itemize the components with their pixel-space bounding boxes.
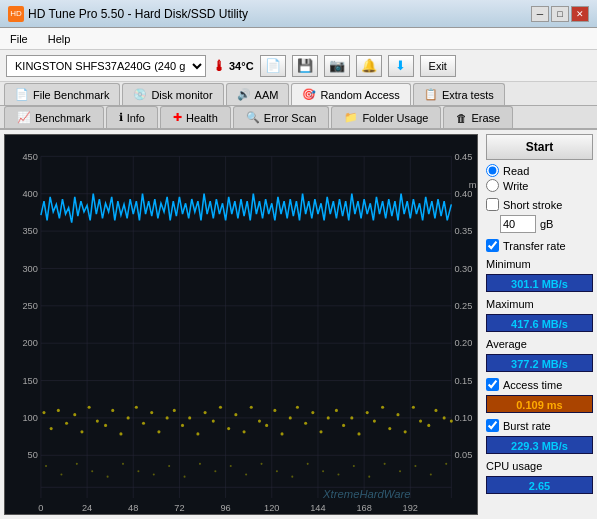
minimum-label: Minimum [486, 258, 593, 270]
svg-text:0.10: 0.10 [454, 412, 472, 423]
svg-point-97 [404, 430, 407, 433]
svg-point-86 [319, 430, 322, 433]
svg-point-82 [289, 416, 292, 419]
read-radio-row: Read [486, 164, 593, 177]
svg-point-62 [135, 406, 138, 409]
title-bar-left: HD HD Tune Pro 5.50 - Hard Disk/SSD Util… [8, 6, 248, 22]
chart-svg: 450 400 350 300 250 200 150 100 50 MB/s … [5, 135, 477, 514]
stroke-spinbox[interactable] [500, 215, 536, 233]
title-bar: HD HD Tune Pro 5.50 - Hard Disk/SSD Util… [0, 0, 597, 28]
svg-point-99 [419, 420, 422, 423]
tab-random-access-label: Random Access [320, 89, 399, 101]
short-stroke-checkbox[interactable] [486, 198, 499, 211]
svg-point-94 [381, 406, 384, 409]
tab-folder-usage-icon: 📁 [344, 111, 358, 124]
menu-help[interactable]: Help [44, 31, 75, 47]
read-radio[interactable] [486, 164, 499, 177]
stroke-value-row: gB [500, 215, 593, 233]
tab-health-icon: ✚ [173, 111, 182, 124]
svg-point-126 [384, 463, 386, 465]
maximize-button[interactable]: □ [551, 6, 569, 22]
svg-text:120: 120 [264, 502, 279, 513]
svg-text:72: 72 [174, 502, 184, 513]
toolbar-icon-4[interactable]: 🔔 [356, 55, 382, 77]
access-time-row: Access time [486, 378, 593, 391]
tab-extra-tests[interactable]: 📋 Extra tests [413, 83, 505, 105]
transfer-rate-label: Transfer rate [503, 240, 566, 252]
tab-health-label: Health [186, 112, 218, 124]
svg-point-84 [304, 422, 307, 425]
svg-text:24: 24 [82, 502, 92, 513]
tab-disk-monitor[interactable]: 💿 Disk monitor [122, 83, 223, 105]
svg-point-115 [214, 470, 216, 472]
svg-point-80 [273, 409, 276, 412]
svg-text:450: 450 [22, 150, 37, 161]
svg-point-117 [245, 473, 247, 475]
svg-point-74 [227, 427, 230, 430]
access-time-checkbox[interactable] [486, 378, 499, 391]
toolbar-icon-3[interactable]: 📷 [324, 55, 350, 77]
tab-info[interactable]: ℹ Info [106, 106, 158, 128]
toolbar-icon-1[interactable]: 📄 [260, 55, 286, 77]
burst-rate-checkbox[interactable] [486, 419, 499, 432]
svg-point-107 [91, 470, 93, 472]
svg-point-63 [142, 422, 145, 425]
exit-button[interactable]: Exit [420, 55, 456, 77]
menu-file[interactable]: File [6, 31, 32, 47]
svg-point-127 [399, 470, 401, 472]
svg-point-55 [80, 430, 83, 433]
close-button[interactable]: ✕ [571, 6, 589, 22]
svg-point-83 [296, 406, 299, 409]
tab-erase-label: Erase [471, 112, 500, 124]
svg-text:100: 100 [22, 412, 37, 423]
tab-info-icon: ℹ [119, 111, 123, 124]
tab-folder-usage[interactable]: 📁 Folder Usage [331, 106, 441, 128]
tab-random-access[interactable]: 🎯 Random Access [291, 83, 410, 105]
tab-aam-icon: 🔊 [237, 88, 251, 101]
tab-benchmark[interactable]: 📈 Benchmark [4, 106, 104, 128]
svg-text:96: 96 [220, 502, 230, 513]
tab-erase[interactable]: 🗑 Erase [443, 106, 513, 128]
transfer-rate-checkbox[interactable] [486, 239, 499, 252]
svg-point-113 [184, 476, 186, 478]
svg-point-81 [281, 432, 284, 435]
tab-folder-usage-label: Folder Usage [362, 112, 428, 124]
svg-point-106 [76, 463, 78, 465]
tab-file-benchmark[interactable]: 📄 File Benchmark [4, 83, 120, 105]
svg-text:0: 0 [38, 502, 43, 513]
tab-file-benchmark-icon: 📄 [15, 88, 29, 101]
svg-point-110 [137, 470, 139, 472]
thermometer-icon: 🌡 [212, 58, 226, 74]
disk-select[interactable]: KINGSTON SHFS37A240G (240 gB) [6, 55, 206, 77]
window-controls: ─ □ ✕ [531, 6, 589, 22]
average-value: 377.2 MB/s [486, 354, 593, 372]
app-icon: HD [8, 6, 24, 22]
tab-bar-bottom: 📈 Benchmark ℹ Info ✚ Health 🔍 Error Scan… [0, 106, 597, 130]
start-button[interactable]: Start [486, 134, 593, 160]
tab-error-scan[interactable]: 🔍 Error Scan [233, 106, 330, 128]
toolbar-icon-2[interactable]: 💾 [292, 55, 318, 77]
svg-point-100 [427, 424, 430, 427]
maximum-label: Maximum [486, 298, 593, 310]
tab-bar-top: 📄 File Benchmark 💿 Disk monitor 🔊 AAM 🎯 … [0, 82, 597, 106]
tab-benchmark-label: Benchmark [35, 112, 91, 124]
svg-point-73 [219, 406, 222, 409]
svg-text:50: 50 [28, 449, 38, 460]
minimize-button[interactable]: ─ [531, 6, 549, 22]
temperature-value: 34°C [229, 60, 254, 72]
svg-point-87 [327, 416, 330, 419]
tab-benchmark-icon: 📈 [17, 111, 31, 124]
tab-extra-tests-label: Extra tests [442, 89, 494, 101]
svg-point-96 [396, 413, 399, 416]
toolbar-icon-5[interactable]: ⬇ [388, 55, 414, 77]
svg-point-61 [127, 416, 130, 419]
access-time-label: Access time [503, 379, 562, 391]
right-panel: Start Read Write Short stroke gB Transfe… [482, 130, 597, 519]
burst-rate-label: Burst rate [503, 420, 551, 432]
svg-point-50 [42, 411, 45, 414]
tab-aam[interactable]: 🔊 AAM [226, 83, 290, 105]
write-radio[interactable] [486, 179, 499, 192]
tab-health[interactable]: ✚ Health [160, 106, 231, 128]
svg-text:300: 300 [22, 262, 37, 273]
svg-point-51 [50, 427, 53, 430]
